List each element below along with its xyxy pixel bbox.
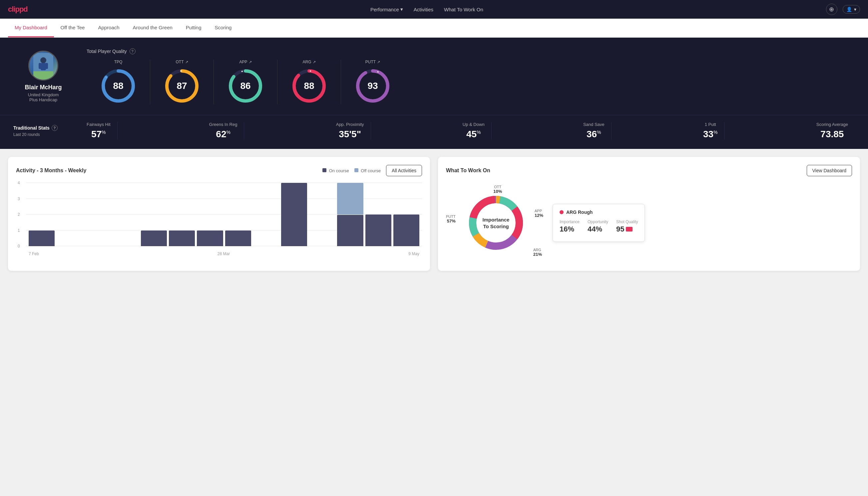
- bar-group-11: [337, 183, 363, 246]
- donut-putt: 93: [354, 68, 391, 104]
- score-putt: PUTT ↗ 93: [341, 60, 404, 104]
- work-on-title: What To Work On: [446, 168, 490, 173]
- tooltip-opportunity: Opportunity 44%: [587, 219, 608, 233]
- svg-rect-1: [33, 71, 53, 80]
- score-ott: OTT ↗ 87: [150, 60, 214, 104]
- hero-top: Blair McHarg United Kingdom Plus Handica…: [13, 48, 855, 104]
- tab-scoring[interactable]: Scoring: [208, 19, 238, 37]
- bar-on-course: [29, 231, 54, 247]
- bar-off-course: [337, 183, 363, 215]
- tooltip-dot: [559, 210, 564, 214]
- traditional-stats: Traditional Stats ? Last 20 rounds Fairw…: [0, 115, 868, 149]
- tabs-bar: My Dashboard Off the Tee Approach Around…: [0, 19, 868, 37]
- svg-rect-3: [41, 63, 46, 70]
- bar-group-0: [29, 183, 54, 246]
- nav-performance[interactable]: Performance ▾: [370, 6, 403, 12]
- svg-rect-5: [45, 63, 48, 69]
- arrow-up-icon: ↗: [313, 60, 316, 64]
- bar-group-12: [365, 183, 391, 246]
- tooltip-importance: Importance 16%: [559, 219, 580, 233]
- avatar: [28, 51, 58, 81]
- putt-label: PUTT 57%: [446, 215, 456, 223]
- bar-group-8: [253, 183, 279, 246]
- bar-group-1: [57, 183, 83, 246]
- bar-group-6: [197, 183, 223, 246]
- stat-greens-in-reg: Greens In Reg 62%: [203, 122, 244, 140]
- nav-what-to-work-on[interactable]: What To Work On: [444, 7, 483, 12]
- avatar-image: [29, 52, 57, 80]
- bar-on-course: [169, 231, 195, 247]
- tab-around-the-green[interactable]: Around the Green: [126, 19, 179, 37]
- donut-arg: 88: [291, 68, 327, 104]
- bar-on-course: [225, 231, 251, 247]
- donut-ott: 87: [163, 68, 200, 104]
- bar-group-9: [281, 183, 307, 246]
- bar-on-course: [337, 215, 363, 247]
- app-label: APP 12%: [535, 209, 543, 218]
- tab-approach[interactable]: Approach: [91, 19, 126, 37]
- arrow-up-icon: ↗: [377, 60, 380, 64]
- bar-group-3: [113, 183, 139, 246]
- trad-period: Last 20 rounds: [13, 132, 67, 137]
- top-navigation: clippd Performance ▾ Activities What To …: [0, 0, 868, 19]
- user-profile-button[interactable]: 👤 ▾: [843, 5, 860, 14]
- activity-card-header: Activity - 3 Months - Weekly On course O…: [16, 165, 422, 176]
- tooltip-shot-quality: Shot Quality 95: [616, 219, 638, 233]
- off-course-legend-dot: [354, 168, 358, 172]
- tab-my-dashboard[interactable]: My Dashboard: [8, 19, 54, 37]
- view-dashboard-button[interactable]: View Dashboard: [807, 165, 852, 176]
- nav-right: ⊕ 👤 ▾: [826, 4, 860, 15]
- score-tpq: TPQ 88: [86, 60, 150, 104]
- all-activities-button[interactable]: All Activities: [386, 165, 422, 176]
- work-on-card: What To Work On View Dashboard PUTT 57% …: [438, 157, 860, 271]
- stat-app-proximity: App. Proximity 35'5": [329, 122, 371, 140]
- bar-on-course: [365, 215, 391, 246]
- tab-putting[interactable]: Putting: [179, 19, 208, 37]
- donut-center-text: Importance To Scoring: [483, 217, 510, 230]
- ott-label: OTT 10%: [493, 185, 502, 194]
- work-on-content: PUTT 57% OTT 10% APP 12% ARG 21%: [446, 183, 852, 263]
- stat-scoring-average: Scoring Average 73.85: [810, 122, 855, 140]
- svg-point-2: [40, 57, 46, 63]
- activity-card-title: Activity - 3 Months - Weekly: [16, 168, 86, 173]
- bar-on-course: [141, 231, 167, 247]
- chevron-down-icon: ▾: [400, 6, 403, 12]
- work-on-header: What To Work On View Dashboard: [446, 165, 852, 176]
- player-info: Blair McHarg United Kingdom Plus Handica…: [13, 51, 73, 102]
- logo[interactable]: clippd: [8, 5, 28, 14]
- activity-legend: On course Off course: [322, 168, 381, 173]
- bar-group-13: [393, 183, 419, 246]
- nav-links: Performance ▾ Activities What To Work On: [370, 6, 483, 12]
- importance-donut: Importance To Scoring: [466, 193, 526, 253]
- bar-group-7: [225, 183, 251, 246]
- bar-group-4: [141, 183, 167, 246]
- tooltip-metrics-row: Importance 16% Opportunity 44% Shot Qual…: [559, 219, 638, 233]
- bar-group-5: [169, 183, 195, 246]
- nav-activities[interactable]: Activities: [414, 7, 433, 12]
- stat-1-putt: 1 Putt 33%: [696, 122, 725, 140]
- arrow-up-icon: ↗: [185, 60, 188, 64]
- score-app: APP ↗ 86: [214, 60, 278, 104]
- arg-rough-tooltip: ARG Rough Importance 16% Opportunity 44%…: [553, 204, 645, 242]
- trad-label: Traditional Stats ? Last 20 rounds: [13, 125, 67, 137]
- add-button[interactable]: ⊕: [826, 4, 837, 15]
- player-country: United Kingdom: [28, 92, 59, 97]
- bar-group-10: [309, 183, 335, 246]
- stat-fairways-hit: Fairways Hit 57%: [80, 122, 117, 140]
- hero-section: Blair McHarg United Kingdom Plus Handica…: [0, 37, 868, 115]
- bars-container: [26, 183, 422, 246]
- arrow-up-icon: ↗: [249, 60, 252, 64]
- activity-card: Activity - 3 Months - Weekly On course O…: [8, 157, 430, 271]
- stat-up-down: Up & Down 45%: [456, 122, 492, 140]
- score-arg: ARG ↗ 88: [278, 60, 341, 104]
- x-axis-labels: 7 Feb 28 Mar 9 May: [26, 251, 422, 256]
- player-handicap: Plus Handicap: [29, 97, 57, 102]
- quality-help-icon[interactable]: ?: [129, 48, 136, 54]
- on-course-legend-dot: [322, 168, 327, 172]
- donut-tpq: 88: [100, 68, 137, 104]
- bar-chart: 4 3 2 1 0 7 Feb 28 Mar 9 May: [16, 183, 422, 256]
- flag-icon: [626, 227, 632, 232]
- tab-off-the-tee[interactable]: Off the Tee: [54, 19, 92, 37]
- player-name: Blair McHarg: [25, 84, 62, 91]
- trad-help-icon[interactable]: ?: [52, 125, 58, 131]
